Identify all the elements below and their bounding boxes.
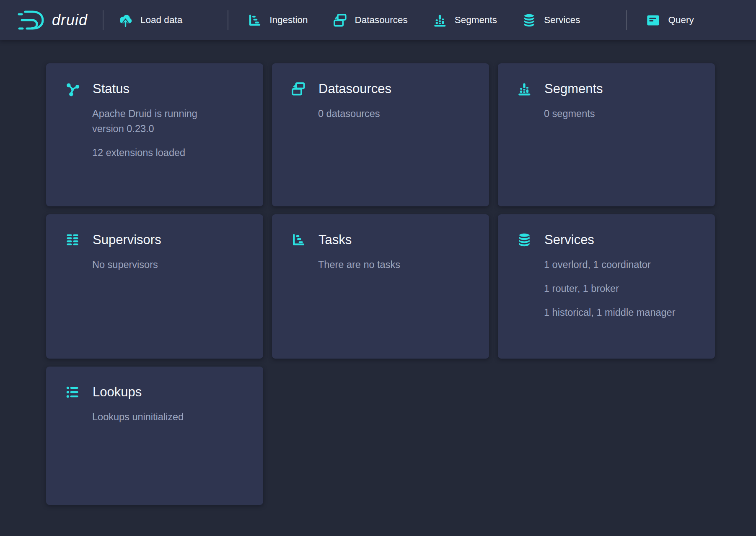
nav-item-ingestion[interactable]: Ingestion (247, 13, 308, 28)
nav-item-segments[interactable]: Segments (432, 13, 497, 28)
list-columns-icon (65, 232, 80, 248)
card-title: Supervisors (93, 232, 161, 247)
nav-item-query[interactable]: Query (645, 13, 694, 28)
nav-item-label: Load data (140, 15, 182, 26)
nav-divider (626, 10, 627, 30)
nav-item-datasources[interactable]: Datasources (332, 13, 408, 28)
druid-brand[interactable]: druid (17, 8, 88, 32)
datasources-count-text: 0 datasources (318, 106, 472, 121)
multi-select-icon (332, 13, 348, 28)
tasks-card[interactable]: Tasks There are no tasks (272, 214, 489, 359)
supervisors-card[interactable]: Supervisors No supervisors (46, 214, 263, 359)
supervisors-status-text: No supervisors (92, 257, 246, 272)
services-line: 1 historical, 1 middle manager (544, 305, 698, 320)
gantt-chart-icon (247, 13, 262, 28)
multi-select-icon (290, 81, 306, 97)
database-icon (521, 13, 537, 28)
lookups-card[interactable]: Lookups Lookups uninitialized (46, 367, 263, 505)
bulleted-list-icon (65, 384, 80, 400)
home-view: Status Apache Druid is runningversion 0.… (0, 40, 756, 505)
datasources-card[interactable]: Datasources 0 datasources (272, 63, 489, 206)
services-line: 1 router, 1 broker (544, 281, 698, 296)
segments-card[interactable]: Segments 0 segments (498, 63, 715, 206)
services-line: 1 overlord, 1 coordinator (544, 257, 698, 272)
database-icon (516, 232, 532, 248)
card-title: Datasources (318, 81, 391, 96)
segments-count-text: 0 segments (544, 106, 698, 121)
cloud-upload-icon (118, 13, 133, 28)
top-navbar: druid Load data (0, 0, 756, 40)
tasks-status-text: There are no tasks (318, 257, 472, 272)
stacked-chart-icon (516, 81, 532, 97)
card-title: Services (544, 232, 594, 247)
status-extensions-text: 12 extensions loaded (92, 145, 246, 160)
brand-name: druid (52, 11, 88, 29)
nav-divider (228, 10, 228, 30)
stacked-chart-icon (432, 13, 448, 28)
card-title: Tasks (318, 232, 352, 247)
nav-item-label: Segments (455, 15, 497, 26)
nav-item-label: Datasources (355, 15, 408, 26)
graph-icon (65, 81, 80, 97)
lookups-status-text: Lookups uninitialized (92, 409, 246, 424)
nav-item-label: Services (544, 15, 580, 26)
status-running-text: Apache Druid is runningversion 0.23.0 (92, 106, 246, 136)
card-title: Lookups (93, 385, 142, 400)
nav-item-load-data[interactable]: Load data (118, 13, 182, 28)
nav-divider (103, 10, 104, 30)
nav-item-label: Ingestion (269, 15, 308, 26)
nav-item-label: Query (668, 15, 694, 26)
card-title: Segments (544, 81, 603, 96)
druid-logo-icon (17, 8, 46, 32)
status-card[interactable]: Status Apache Druid is runningversion 0.… (46, 63, 263, 206)
gantt-chart-icon (290, 232, 306, 248)
card-title: Status (93, 81, 129, 96)
nav-item-services[interactable]: Services (521, 13, 580, 28)
services-card[interactable]: Services 1 overlord, 1 coordinator 1 rou… (498, 214, 715, 359)
console-icon (645, 13, 661, 28)
